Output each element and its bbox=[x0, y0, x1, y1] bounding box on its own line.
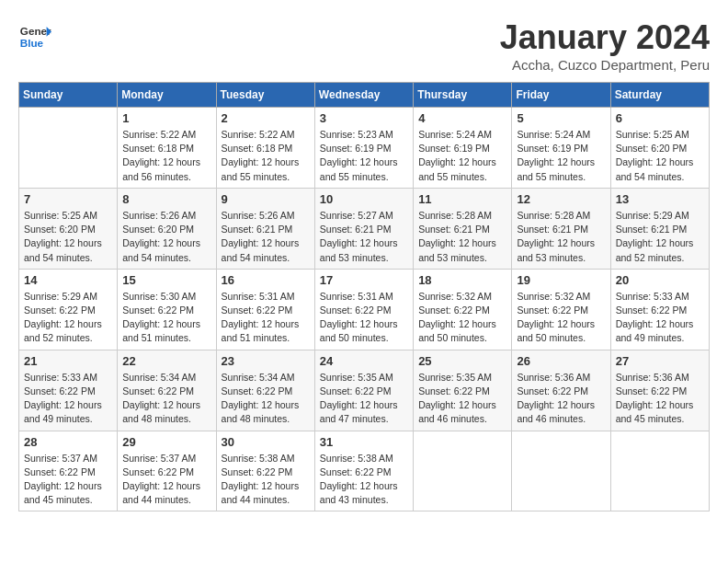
calendar-header-cell: Monday bbox=[118, 83, 216, 108]
calendar-week-row: 1Sunrise: 5:22 AM Sunset: 6:18 PM Daylig… bbox=[19, 108, 710, 189]
calendar-day-cell: 20Sunrise: 5:33 AM Sunset: 6:22 PM Dayli… bbox=[610, 269, 709, 350]
calendar-day-cell: 7Sunrise: 5:25 AM Sunset: 6:20 PM Daylig… bbox=[19, 188, 118, 269]
calendar-day-cell bbox=[512, 431, 610, 511]
calendar-day-cell: 17Sunrise: 5:31 AM Sunset: 6:22 PM Dayli… bbox=[314, 269, 413, 350]
calendar-day-cell: 19Sunrise: 5:32 AM Sunset: 6:22 PM Dayli… bbox=[512, 269, 610, 350]
day-number: 24 bbox=[320, 354, 408, 368]
day-number: 6 bbox=[616, 111, 704, 125]
calendar-day-cell: 1Sunrise: 5:22 AM Sunset: 6:18 PM Daylig… bbox=[118, 108, 216, 189]
day-number: 10 bbox=[320, 192, 408, 206]
day-info: Sunrise: 5:31 AM Sunset: 6:22 PM Dayligh… bbox=[222, 290, 310, 346]
calendar-body: 1Sunrise: 5:22 AM Sunset: 6:18 PM Daylig… bbox=[19, 108, 710, 511]
calendar-day-cell: 21Sunrise: 5:33 AM Sunset: 6:22 PM Dayli… bbox=[19, 350, 118, 431]
calendar-day-cell: 25Sunrise: 5:35 AM Sunset: 6:22 PM Dayli… bbox=[414, 350, 512, 431]
day-number: 31 bbox=[320, 435, 408, 449]
day-number: 27 bbox=[616, 354, 704, 368]
day-number: 23 bbox=[222, 354, 310, 368]
day-info: Sunrise: 5:35 AM Sunset: 6:22 PM Dayligh… bbox=[320, 371, 408, 427]
day-info: Sunrise: 5:29 AM Sunset: 6:21 PM Dayligh… bbox=[616, 209, 704, 265]
calendar-week-row: 7Sunrise: 5:25 AM Sunset: 6:20 PM Daylig… bbox=[19, 188, 710, 269]
day-number: 12 bbox=[517, 192, 605, 206]
day-info: Sunrise: 5:30 AM Sunset: 6:22 PM Dayligh… bbox=[122, 290, 210, 346]
day-info: Sunrise: 5:36 AM Sunset: 6:22 PM Dayligh… bbox=[616, 371, 704, 427]
day-info: Sunrise: 5:37 AM Sunset: 6:22 PM Dayligh… bbox=[122, 452, 210, 508]
svg-text:Blue: Blue bbox=[20, 37, 44, 49]
day-number: 21 bbox=[24, 354, 112, 368]
subtitle: Accha, Cuzco Department, Peru bbox=[500, 57, 710, 73]
calendar-table: SundayMondayTuesdayWednesdayThursdayFrid… bbox=[18, 82, 710, 511]
day-info: Sunrise: 5:36 AM Sunset: 6:22 PM Dayligh… bbox=[517, 371, 605, 427]
calendar-day-cell: 24Sunrise: 5:35 AM Sunset: 6:22 PM Dayli… bbox=[314, 350, 413, 431]
day-number: 30 bbox=[222, 435, 310, 449]
logo-icon: General Blue bbox=[18, 18, 51, 52]
calendar-day-cell: 10Sunrise: 5:27 AM Sunset: 6:21 PM Dayli… bbox=[314, 188, 413, 269]
calendar-day-cell: 4Sunrise: 5:24 AM Sunset: 6:19 PM Daylig… bbox=[414, 108, 512, 189]
day-info: Sunrise: 5:28 AM Sunset: 6:21 PM Dayligh… bbox=[517, 209, 605, 265]
day-info: Sunrise: 5:38 AM Sunset: 6:22 PM Dayligh… bbox=[222, 452, 310, 508]
day-number: 4 bbox=[418, 111, 506, 125]
day-number: 20 bbox=[616, 273, 704, 287]
day-info: Sunrise: 5:34 AM Sunset: 6:22 PM Dayligh… bbox=[122, 371, 210, 427]
calendar-day-cell bbox=[414, 431, 512, 511]
day-number: 7 bbox=[24, 192, 112, 206]
day-info: Sunrise: 5:22 AM Sunset: 6:18 PM Dayligh… bbox=[222, 128, 310, 184]
day-info: Sunrise: 5:23 AM Sunset: 6:19 PM Dayligh… bbox=[320, 128, 408, 184]
day-info: Sunrise: 5:27 AM Sunset: 6:21 PM Dayligh… bbox=[320, 209, 408, 265]
day-info: Sunrise: 5:24 AM Sunset: 6:19 PM Dayligh… bbox=[517, 128, 605, 184]
day-number: 13 bbox=[616, 192, 704, 206]
day-number: 5 bbox=[517, 111, 605, 125]
day-info: Sunrise: 5:35 AM Sunset: 6:22 PM Dayligh… bbox=[418, 371, 506, 427]
calendar-header-cell: Friday bbox=[512, 83, 610, 108]
calendar-day-cell: 18Sunrise: 5:32 AM Sunset: 6:22 PM Dayli… bbox=[414, 269, 512, 350]
calendar-day-cell: 29Sunrise: 5:37 AM Sunset: 6:22 PM Dayli… bbox=[118, 431, 216, 511]
day-number: 3 bbox=[320, 111, 408, 125]
calendar-header-cell: Thursday bbox=[414, 83, 512, 108]
calendar-day-cell: 13Sunrise: 5:29 AM Sunset: 6:21 PM Dayli… bbox=[610, 188, 709, 269]
day-info: Sunrise: 5:32 AM Sunset: 6:22 PM Dayligh… bbox=[517, 290, 605, 346]
calendar-day-cell: 12Sunrise: 5:28 AM Sunset: 6:21 PM Dayli… bbox=[512, 188, 610, 269]
day-number: 11 bbox=[418, 192, 506, 206]
calendar-day-cell: 2Sunrise: 5:22 AM Sunset: 6:18 PM Daylig… bbox=[216, 108, 314, 189]
day-info: Sunrise: 5:26 AM Sunset: 6:20 PM Dayligh… bbox=[122, 209, 210, 265]
day-number: 26 bbox=[517, 354, 605, 368]
day-number: 22 bbox=[122, 354, 210, 368]
logo: General Blue bbox=[18, 18, 51, 52]
calendar-day-cell: 5Sunrise: 5:24 AM Sunset: 6:19 PM Daylig… bbox=[512, 108, 610, 189]
day-number: 25 bbox=[418, 354, 506, 368]
day-info: Sunrise: 5:25 AM Sunset: 6:20 PM Dayligh… bbox=[616, 128, 704, 184]
calendar-day-cell: 3Sunrise: 5:23 AM Sunset: 6:19 PM Daylig… bbox=[314, 108, 413, 189]
calendar-header-cell: Wednesday bbox=[314, 83, 413, 108]
day-info: Sunrise: 5:28 AM Sunset: 6:21 PM Dayligh… bbox=[418, 209, 506, 265]
day-number: 18 bbox=[418, 273, 506, 287]
title-block: January 2024 Accha, Cuzco Department, Pe… bbox=[500, 18, 710, 73]
calendar-day-cell: 9Sunrise: 5:26 AM Sunset: 6:21 PM Daylig… bbox=[216, 188, 314, 269]
day-number: 28 bbox=[24, 435, 112, 449]
day-info: Sunrise: 5:32 AM Sunset: 6:22 PM Dayligh… bbox=[418, 290, 506, 346]
calendar-day-cell: 23Sunrise: 5:34 AM Sunset: 6:22 PM Dayli… bbox=[216, 350, 314, 431]
day-number: 1 bbox=[122, 111, 210, 125]
day-info: Sunrise: 5:37 AM Sunset: 6:22 PM Dayligh… bbox=[24, 452, 112, 508]
day-number: 19 bbox=[517, 273, 605, 287]
calendar-header-cell: Saturday bbox=[610, 83, 709, 108]
calendar-week-row: 21Sunrise: 5:33 AM Sunset: 6:22 PM Dayli… bbox=[19, 350, 710, 431]
day-info: Sunrise: 5:22 AM Sunset: 6:18 PM Dayligh… bbox=[122, 128, 210, 184]
calendar-day-cell bbox=[610, 431, 709, 511]
calendar-header-cell: Tuesday bbox=[216, 83, 314, 108]
calendar-day-cell: 22Sunrise: 5:34 AM Sunset: 6:22 PM Dayli… bbox=[118, 350, 216, 431]
day-number: 17 bbox=[320, 273, 408, 287]
calendar-header-cell: Sunday bbox=[19, 83, 118, 108]
calendar-week-row: 28Sunrise: 5:37 AM Sunset: 6:22 PM Dayli… bbox=[19, 431, 710, 511]
day-info: Sunrise: 5:34 AM Sunset: 6:22 PM Dayligh… bbox=[222, 371, 310, 427]
day-number: 16 bbox=[222, 273, 310, 287]
month-title: January 2024 bbox=[500, 18, 710, 57]
day-info: Sunrise: 5:38 AM Sunset: 6:22 PM Dayligh… bbox=[320, 452, 408, 508]
day-number: 14 bbox=[24, 273, 112, 287]
calendar-day-cell: 8Sunrise: 5:26 AM Sunset: 6:20 PM Daylig… bbox=[118, 188, 216, 269]
calendar-day-cell: 30Sunrise: 5:38 AM Sunset: 6:22 PM Dayli… bbox=[216, 431, 314, 511]
day-info: Sunrise: 5:33 AM Sunset: 6:22 PM Dayligh… bbox=[24, 371, 112, 427]
day-info: Sunrise: 5:26 AM Sunset: 6:21 PM Dayligh… bbox=[222, 209, 310, 265]
day-info: Sunrise: 5:24 AM Sunset: 6:19 PM Dayligh… bbox=[418, 128, 506, 184]
day-number: 8 bbox=[122, 192, 210, 206]
calendar-day-cell bbox=[19, 108, 118, 189]
calendar-day-cell: 16Sunrise: 5:31 AM Sunset: 6:22 PM Dayli… bbox=[216, 269, 314, 350]
